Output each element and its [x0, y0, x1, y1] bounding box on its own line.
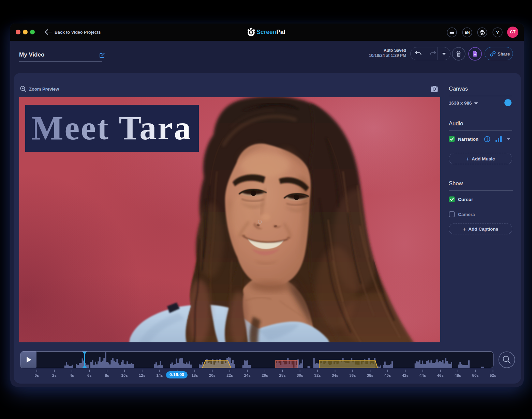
svg-text:46s: 46s — [437, 373, 444, 377]
svg-text:44s: 44s — [419, 373, 426, 377]
svg-text:28s: 28s — [279, 373, 286, 377]
svg-text:10s: 10s — [121, 373, 128, 377]
svg-text:12s: 12s — [139, 373, 145, 377]
svg-text:20s: 20s — [209, 373, 216, 377]
svg-text:42s: 42s — [402, 373, 409, 377]
svg-text:2s: 2s — [52, 373, 57, 377]
svg-text:34s: 34s — [332, 373, 338, 377]
svg-text:48s: 48s — [455, 373, 461, 377]
svg-text:14s: 14s — [157, 373, 163, 377]
svg-text:26s: 26s — [262, 373, 268, 377]
svg-text:32s: 32s — [314, 373, 321, 377]
svg-text:38s: 38s — [367, 373, 373, 377]
svg-text:22s: 22s — [226, 373, 233, 377]
svg-text:18s: 18s — [191, 373, 198, 377]
svg-text:8s: 8s — [105, 373, 109, 377]
svg-text:24s: 24s — [244, 373, 251, 377]
svg-text:6s: 6s — [87, 373, 92, 377]
svg-text:4s: 4s — [70, 373, 74, 377]
svg-text:50s: 50s — [472, 373, 479, 377]
svg-text:30s: 30s — [297, 373, 303, 377]
svg-text:52s: 52s — [490, 373, 496, 377]
svg-text:40s: 40s — [384, 373, 391, 377]
svg-text:36s: 36s — [349, 373, 356, 377]
svg-text:0s: 0s — [35, 373, 39, 377]
